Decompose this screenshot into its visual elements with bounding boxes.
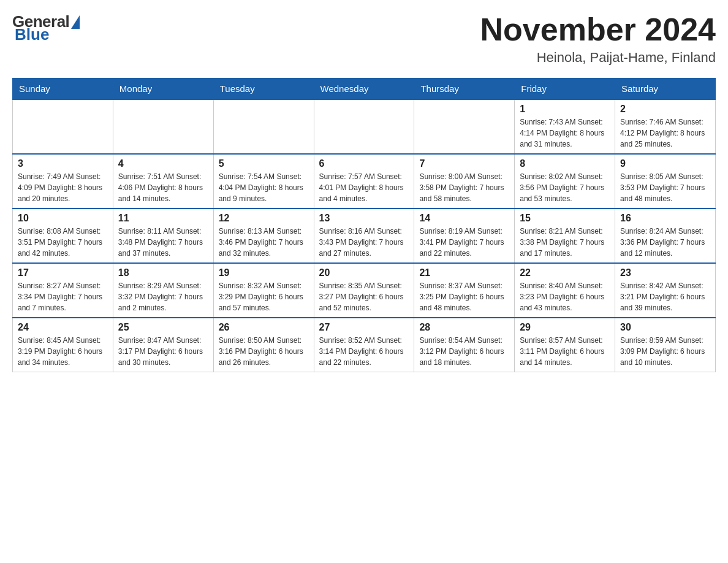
calendar-cell: 26Sunrise: 8:50 AM Sunset: 3:16 PM Dayli… xyxy=(213,318,314,372)
calendar-cell: 10Sunrise: 8:08 AM Sunset: 3:51 PM Dayli… xyxy=(13,209,113,263)
logo: General Blue xyxy=(12,12,80,44)
day-info: Sunrise: 7:57 AM Sunset: 4:01 PM Dayligh… xyxy=(319,171,409,204)
day-number: 30 xyxy=(620,322,710,333)
calendar-header-saturday: Saturday xyxy=(615,79,716,100)
day-number: 1 xyxy=(520,104,610,115)
day-number: 21 xyxy=(419,267,509,278)
day-info: Sunrise: 7:54 AM Sunset: 4:04 PM Dayligh… xyxy=(219,171,309,204)
day-number: 15 xyxy=(520,213,610,224)
day-number: 14 xyxy=(419,213,509,224)
day-info: Sunrise: 8:16 AM Sunset: 3:43 PM Dayligh… xyxy=(319,226,409,259)
calendar-cell xyxy=(213,99,314,154)
calendar-cell: 13Sunrise: 8:16 AM Sunset: 3:43 PM Dayli… xyxy=(314,209,414,263)
day-number: 5 xyxy=(219,158,309,169)
calendar-cell: 12Sunrise: 8:13 AM Sunset: 3:46 PM Dayli… xyxy=(213,209,314,263)
day-number: 9 xyxy=(620,158,710,169)
calendar-cell: 29Sunrise: 8:57 AM Sunset: 3:11 PM Dayli… xyxy=(515,318,615,372)
calendar-cell: 1Sunrise: 7:43 AM Sunset: 4:14 PM Daylig… xyxy=(515,99,615,154)
calendar-header-thursday: Thursday xyxy=(414,79,515,100)
day-info: Sunrise: 8:11 AM Sunset: 3:48 PM Dayligh… xyxy=(118,226,208,259)
day-info: Sunrise: 7:49 AM Sunset: 4:09 PM Dayligh… xyxy=(18,171,108,204)
day-info: Sunrise: 8:54 AM Sunset: 3:12 PM Dayligh… xyxy=(419,335,509,368)
day-info: Sunrise: 8:32 AM Sunset: 3:29 PM Dayligh… xyxy=(219,280,309,313)
day-number: 3 xyxy=(18,158,108,169)
day-info: Sunrise: 8:13 AM Sunset: 3:46 PM Dayligh… xyxy=(219,226,309,259)
calendar-cell: 17Sunrise: 8:27 AM Sunset: 3:34 PM Dayli… xyxy=(13,263,113,318)
day-info: Sunrise: 7:51 AM Sunset: 4:06 PM Dayligh… xyxy=(118,171,208,204)
calendar-cell: 23Sunrise: 8:42 AM Sunset: 3:21 PM Dayli… xyxy=(615,263,716,318)
calendar-cell xyxy=(113,99,213,154)
day-info: Sunrise: 8:45 AM Sunset: 3:19 PM Dayligh… xyxy=(18,335,108,368)
calendar-week-row: 17Sunrise: 8:27 AM Sunset: 3:34 PM Dayli… xyxy=(13,263,716,318)
logo-blue-text: Blue xyxy=(15,25,49,44)
calendar-cell xyxy=(414,99,515,154)
day-info: Sunrise: 8:59 AM Sunset: 3:09 PM Dayligh… xyxy=(620,335,710,368)
calendar-header-friday: Friday xyxy=(515,79,615,100)
day-number: 8 xyxy=(520,158,610,169)
day-number: 7 xyxy=(419,158,509,169)
day-number: 6 xyxy=(319,158,409,169)
day-info: Sunrise: 8:24 AM Sunset: 3:36 PM Dayligh… xyxy=(620,226,710,259)
page-header: General Blue November 2024 Heinola, Paij… xyxy=(12,12,716,66)
month-title: November 2024 xyxy=(480,12,716,47)
calendar-week-row: 3Sunrise: 7:49 AM Sunset: 4:09 PM Daylig… xyxy=(13,154,716,209)
calendar-header-tuesday: Tuesday xyxy=(213,79,314,100)
day-info: Sunrise: 8:42 AM Sunset: 3:21 PM Dayligh… xyxy=(620,280,710,313)
calendar-cell xyxy=(314,99,414,154)
calendar-cell: 16Sunrise: 8:24 AM Sunset: 3:36 PM Dayli… xyxy=(615,209,716,263)
day-number: 23 xyxy=(620,267,710,278)
title-area: November 2024 Heinola, Paijat-Hame, Finl… xyxy=(480,12,716,66)
day-number: 13 xyxy=(319,213,409,224)
day-info: Sunrise: 8:52 AM Sunset: 3:14 PM Dayligh… xyxy=(319,335,409,368)
day-info: Sunrise: 8:57 AM Sunset: 3:11 PM Dayligh… xyxy=(520,335,610,368)
day-number: 29 xyxy=(520,322,610,333)
calendar-cell xyxy=(13,99,113,154)
day-number: 19 xyxy=(219,267,309,278)
calendar-week-row: 1Sunrise: 7:43 AM Sunset: 4:14 PM Daylig… xyxy=(13,99,716,154)
day-info: Sunrise: 7:46 AM Sunset: 4:12 PM Dayligh… xyxy=(620,117,710,150)
calendar-cell: 5Sunrise: 7:54 AM Sunset: 4:04 PM Daylig… xyxy=(213,154,314,209)
calendar-cell: 14Sunrise: 8:19 AM Sunset: 3:41 PM Dayli… xyxy=(414,209,515,263)
calendar-cell: 20Sunrise: 8:35 AM Sunset: 3:27 PM Dayli… xyxy=(314,263,414,318)
calendar-cell: 6Sunrise: 7:57 AM Sunset: 4:01 PM Daylig… xyxy=(314,154,414,209)
day-info: Sunrise: 8:19 AM Sunset: 3:41 PM Dayligh… xyxy=(419,226,509,259)
day-number: 20 xyxy=(319,267,409,278)
calendar-cell: 28Sunrise: 8:54 AM Sunset: 3:12 PM Dayli… xyxy=(414,318,515,372)
logo-triangle-icon xyxy=(71,15,80,29)
day-number: 12 xyxy=(219,213,309,224)
location-text: Heinola, Paijat-Hame, Finland xyxy=(480,50,716,66)
calendar-cell: 25Sunrise: 8:47 AM Sunset: 3:17 PM Dayli… xyxy=(113,318,213,372)
calendar-cell: 18Sunrise: 8:29 AM Sunset: 3:32 PM Dayli… xyxy=(113,263,213,318)
day-number: 27 xyxy=(319,322,409,333)
calendar-cell: 15Sunrise: 8:21 AM Sunset: 3:38 PM Dayli… xyxy=(515,209,615,263)
day-info: Sunrise: 8:05 AM Sunset: 3:53 PM Dayligh… xyxy=(620,171,710,204)
calendar-cell: 27Sunrise: 8:52 AM Sunset: 3:14 PM Dayli… xyxy=(314,318,414,372)
calendar-header-row: SundayMondayTuesdayWednesdayThursdayFrid… xyxy=(13,79,716,100)
calendar-header-sunday: Sunday xyxy=(13,79,113,100)
day-info: Sunrise: 8:40 AM Sunset: 3:23 PM Dayligh… xyxy=(520,280,610,313)
day-number: 24 xyxy=(18,322,108,333)
calendar-header-monday: Monday xyxy=(113,79,213,100)
calendar-cell: 30Sunrise: 8:59 AM Sunset: 3:09 PM Dayli… xyxy=(615,318,716,372)
day-info: Sunrise: 7:43 AM Sunset: 4:14 PM Dayligh… xyxy=(520,117,610,150)
day-info: Sunrise: 8:00 AM Sunset: 3:58 PM Dayligh… xyxy=(419,171,509,204)
day-number: 11 xyxy=(118,213,208,224)
day-number: 2 xyxy=(620,104,710,115)
day-info: Sunrise: 8:35 AM Sunset: 3:27 PM Dayligh… xyxy=(319,280,409,313)
calendar-cell: 2Sunrise: 7:46 AM Sunset: 4:12 PM Daylig… xyxy=(615,99,716,154)
day-info: Sunrise: 8:21 AM Sunset: 3:38 PM Dayligh… xyxy=(520,226,610,259)
day-info: Sunrise: 8:50 AM Sunset: 3:16 PM Dayligh… xyxy=(219,335,309,368)
day-info: Sunrise: 8:29 AM Sunset: 3:32 PM Dayligh… xyxy=(118,280,208,313)
day-number: 17 xyxy=(18,267,108,278)
calendar-cell: 9Sunrise: 8:05 AM Sunset: 3:53 PM Daylig… xyxy=(615,154,716,209)
day-number: 28 xyxy=(419,322,509,333)
calendar-cell: 4Sunrise: 7:51 AM Sunset: 4:06 PM Daylig… xyxy=(113,154,213,209)
day-info: Sunrise: 8:08 AM Sunset: 3:51 PM Dayligh… xyxy=(18,226,108,259)
calendar-week-row: 24Sunrise: 8:45 AM Sunset: 3:19 PM Dayli… xyxy=(13,318,716,372)
day-number: 16 xyxy=(620,213,710,224)
calendar-cell: 21Sunrise: 8:37 AM Sunset: 3:25 PM Dayli… xyxy=(414,263,515,318)
calendar-cell: 11Sunrise: 8:11 AM Sunset: 3:48 PM Dayli… xyxy=(113,209,213,263)
calendar-cell: 19Sunrise: 8:32 AM Sunset: 3:29 PM Dayli… xyxy=(213,263,314,318)
day-number: 10 xyxy=(18,213,108,224)
day-number: 18 xyxy=(118,267,208,278)
